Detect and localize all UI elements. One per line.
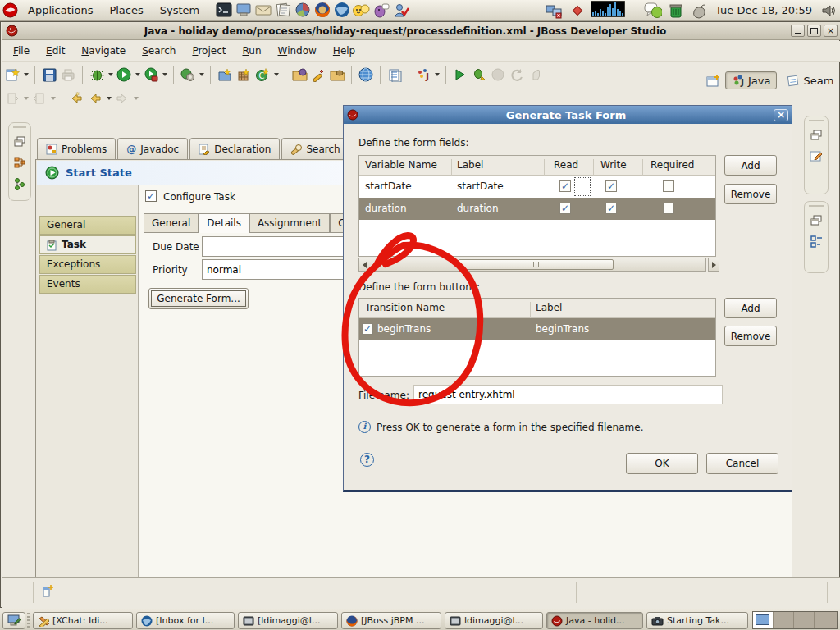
fields-add-button[interactable]: Add bbox=[724, 155, 777, 176]
web-browser-icon[interactable] bbox=[358, 66, 374, 83]
mail-launcher-icon[interactable] bbox=[254, 1, 272, 19]
last-edit-location-icon[interactable] bbox=[68, 90, 84, 107]
save-icon[interactable] bbox=[41, 66, 57, 83]
outline-view-icon[interactable] bbox=[11, 154, 28, 171]
new-java-project-icon[interactable] bbox=[217, 66, 233, 83]
new-class-dropdown-icon[interactable] bbox=[274, 73, 279, 76]
new-class-icon[interactable]: C bbox=[254, 66, 271, 83]
mouse-applet-icon[interactable] bbox=[690, 2, 708, 20]
transition-checkbox[interactable]: ✓ bbox=[362, 323, 373, 335]
run-icon[interactable] bbox=[116, 66, 132, 83]
write-checkbox[interactable]: ✓ bbox=[605, 203, 617, 214]
run-last-launch-icon[interactable] bbox=[180, 66, 196, 83]
volume-icon[interactable] bbox=[819, 2, 838, 20]
task-terminal-1[interactable]: [ldimaggi@l... bbox=[238, 612, 338, 629]
menu-window[interactable]: Window bbox=[270, 42, 325, 60]
required-checkbox[interactable] bbox=[663, 203, 674, 214]
ok-button[interactable]: OK bbox=[626, 453, 698, 474]
minimize-button[interactable] bbox=[791, 25, 805, 37]
run-dropdown-icon[interactable] bbox=[135, 73, 140, 76]
pidgin-launcher-icon[interactable] bbox=[372, 1, 390, 19]
table-row-startdate[interactable]: startDate startDate ✓ ✓ bbox=[359, 176, 715, 198]
open-perspective-icon[interactable] bbox=[705, 72, 721, 89]
junit-run-icon[interactable]: J bbox=[415, 66, 431, 83]
tab-general[interactable]: General bbox=[144, 213, 199, 233]
menu-run[interactable]: Run bbox=[234, 42, 269, 60]
new-package-icon[interactable] bbox=[235, 66, 252, 83]
scroll-right-button[interactable] bbox=[708, 258, 719, 272]
generate-form-button[interactable]: Generate Form... bbox=[148, 288, 249, 309]
alert-diamond-icon[interactable] bbox=[568, 2, 587, 20]
ide-titlebar[interactable]: Java - holiday demo/processes/holiday-re… bbox=[2, 22, 840, 40]
pie-chart-launcher-icon[interactable] bbox=[294, 1, 312, 19]
menu-system[interactable]: System bbox=[152, 0, 208, 21]
read-checkbox[interactable]: ✓ bbox=[559, 180, 571, 192]
tab-declaration[interactable]: Declaration bbox=[189, 138, 280, 159]
show-view-icon[interactable] bbox=[386, 66, 403, 83]
menu-applications[interactable]: Applications bbox=[20, 0, 101, 21]
fields-table-hscrollbar[interactable] bbox=[358, 258, 706, 272]
workspace-3[interactable] bbox=[794, 612, 815, 628]
back-icon[interactable] bbox=[87, 90, 103, 107]
menu-file[interactable]: File bbox=[5, 42, 38, 60]
file-name-input[interactable] bbox=[413, 385, 723, 404]
task-firefox[interactable]: [JBoss jBPM ... bbox=[341, 612, 441, 629]
show-desktop-button[interactable] bbox=[2, 612, 25, 629]
restore-view-icon[interactable] bbox=[11, 133, 28, 149]
task-inbox[interactable]: [Inbox for I... bbox=[136, 612, 235, 629]
cancel-button[interactable]: Cancel bbox=[706, 453, 778, 474]
debug-dropdown-icon[interactable] bbox=[108, 73, 113, 76]
documents-launcher-icon[interactable] bbox=[274, 1, 292, 19]
close-button[interactable]: × bbox=[824, 25, 838, 37]
workspace-switcher[interactable] bbox=[752, 611, 838, 629]
menu-help[interactable]: Help bbox=[325, 42, 363, 60]
external-tools-icon[interactable] bbox=[143, 66, 159, 83]
terminal-launcher-icon[interactable] bbox=[215, 1, 233, 19]
table-row-duration[interactable]: duration duration ✓ ✓ bbox=[359, 198, 715, 220]
task-screenshot[interactable]: Starting Tak... bbox=[646, 612, 748, 629]
debug-icon[interactable] bbox=[89, 66, 105, 83]
tab-search[interactable]: Search bbox=[281, 138, 349, 159]
menu-search[interactable]: Search bbox=[134, 42, 184, 60]
firefox-launcher-icon[interactable] bbox=[313, 1, 331, 19]
scrollbar-thumb[interactable] bbox=[458, 259, 614, 270]
help-icon[interactable]: ? bbox=[360, 453, 374, 467]
clock[interactable]: Tue Dec 18, 20:59 bbox=[712, 4, 815, 16]
task-terminal-2[interactable]: ldimaggi@l... bbox=[445, 612, 543, 629]
perspective-seam-button[interactable]: Seam bbox=[781, 73, 839, 89]
form-fields-table[interactable]: Variable Name Label Read Write Required … bbox=[358, 155, 716, 257]
external-tools-dropdown-icon[interactable] bbox=[162, 73, 167, 76]
write-checkbox[interactable]: ✓ bbox=[605, 180, 617, 192]
gaim-launcher-icon[interactable] bbox=[353, 1, 371, 19]
tab-javadoc[interactable]: @ Javadoc bbox=[117, 138, 188, 159]
thunderbird-launcher-icon[interactable] bbox=[333, 1, 351, 19]
sidebar-item-general[interactable]: General bbox=[39, 216, 136, 235]
fields-remove-button[interactable]: Remove bbox=[724, 184, 777, 204]
network-status-icon[interactable] bbox=[546, 2, 564, 20]
menu-places[interactable]: Places bbox=[101, 0, 151, 21]
trim-handle[interactable] bbox=[809, 204, 824, 207]
configure-task-checkbox[interactable]: ✓ bbox=[145, 190, 157, 202]
chat-notification-icon[interactable] bbox=[644, 2, 662, 20]
back-dropdown-icon[interactable] bbox=[107, 97, 112, 100]
menu-navigate[interactable]: Navigate bbox=[73, 42, 134, 60]
junit-dropdown-icon[interactable] bbox=[435, 73, 440, 76]
tree-view-icon[interactable] bbox=[11, 176, 28, 192]
tab-details[interactable]: Details bbox=[199, 213, 249, 233]
workspace-4[interactable] bbox=[815, 612, 835, 628]
new-wizard-icon[interactable] bbox=[4, 66, 21, 83]
resume-icon[interactable] bbox=[452, 66, 468, 83]
workspace-1[interactable] bbox=[753, 612, 774, 628]
trim-handle[interactable] bbox=[13, 126, 26, 128]
mark-occurrences-icon[interactable] bbox=[310, 66, 326, 83]
required-checkbox[interactable] bbox=[663, 180, 674, 192]
workspace-2[interactable] bbox=[774, 612, 794, 628]
user-check-launcher-icon[interactable] bbox=[392, 1, 410, 19]
restore-view-icon[interactable] bbox=[808, 126, 824, 143]
dialog-close-icon[interactable]: × bbox=[774, 109, 788, 121]
tab-assignment[interactable]: Assignmnent bbox=[249, 213, 330, 233]
redhat-menu-icon[interactable] bbox=[1, 1, 19, 19]
task-jboss-studio[interactable]: Java - holid... bbox=[546, 612, 643, 629]
table-row-begintrans[interactable]: ✓ beginTrans beginTrans bbox=[359, 318, 715, 340]
trim-handle[interactable] bbox=[809, 119, 824, 121]
